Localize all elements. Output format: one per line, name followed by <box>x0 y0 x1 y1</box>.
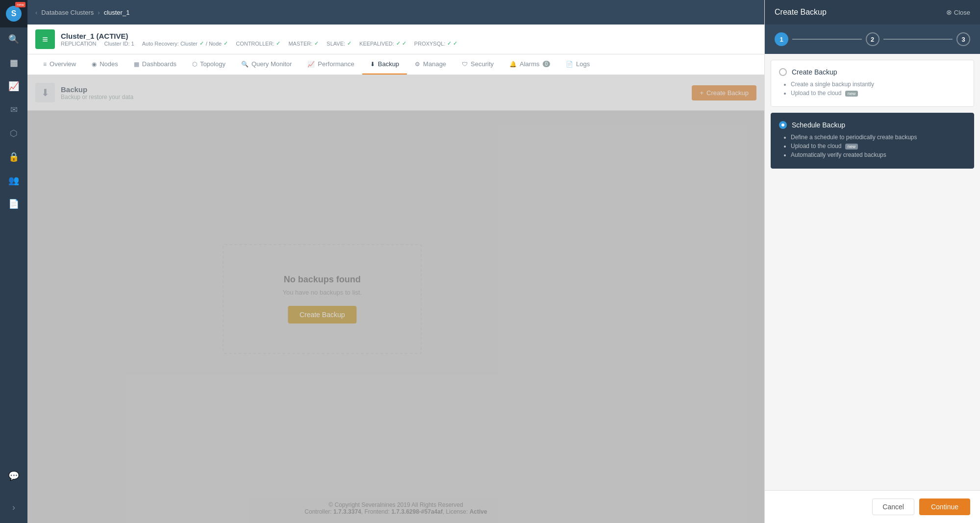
cluster-header: ≡ Cluster_1 (ACTIVE) REPLICATION Cluster… <box>27 25 764 54</box>
wizard-steps: 1 2 3 <box>765 25 980 54</box>
security-icon: 🛡 <box>462 61 468 68</box>
sidebar-item-expand[interactable]: › <box>0 496 27 519</box>
bullet-define-schedule: Define a schedule to periodically create… <box>791 134 966 141</box>
bullet-upload-cloud: Upload to the cloud new <box>791 90 966 97</box>
manage-icon: ⚙ <box>415 61 420 68</box>
step-line-1 <box>792 39 862 40</box>
cluster-meta: REPLICATION Cluster ID: 1 Auto Recovery:… <box>61 40 756 47</box>
panel-title: Create Backup <box>775 8 827 17</box>
bullet-upload-cloud-2: Upload to the cloud new <box>791 143 966 149</box>
radio-schedule-backup <box>779 121 787 129</box>
option-schedule-backup-label: Schedule Backup <box>792 121 845 129</box>
option-create-backup[interactable]: Create Backup Create a single backup ins… <box>771 60 974 107</box>
dashboards-icon: ▦ <box>134 61 139 68</box>
sidebar-item-users[interactable]: 👥 <box>0 169 27 192</box>
tab-performance[interactable]: 📈 Performance <box>300 54 362 75</box>
cluster-proxysql: PROXYSQL: ✓ ✓ <box>414 40 458 47</box>
option-schedule-backup-header: Schedule Backup <box>779 121 966 129</box>
query-monitor-icon: 🔍 <box>241 61 249 68</box>
cluster-auto-recovery: Auto Recovery: Cluster ✓ / Node ✓ <box>142 40 228 47</box>
cluster-controller: CONTROLLER: ✓ <box>236 40 280 47</box>
sidebar-item-docs[interactable]: 📄 <box>0 192 27 216</box>
tab-topology[interactable]: ⬡ Topology <box>184 54 233 75</box>
cancel-button[interactable]: Cancel <box>872 498 914 515</box>
sidebar-item-dashboard[interactable]: ▦ <box>0 51 27 75</box>
tab-backup[interactable]: ⬇ Backup <box>362 54 407 75</box>
continue-button[interactable]: Continue <box>919 498 970 515</box>
tab-nodes[interactable]: ◉ Nodes <box>84 54 126 75</box>
tab-dashboards[interactable]: ▦ Dashboards <box>126 54 184 75</box>
panel-options: Create Backup Create a single backup ins… <box>765 54 980 490</box>
cluster-keepalived: KEEPALIVED: ✓ ✓ <box>359 40 406 47</box>
breadcrumb-parent[interactable]: Database Clusters <box>41 9 94 16</box>
sidebar-item-mail[interactable]: ✉ <box>0 98 27 122</box>
sidebar: S new 🔍 ▦ 📈 ✉ ⬡ 🔒 👥 📄 💬 › <box>0 0 27 523</box>
step-line-2 <box>883 39 953 40</box>
cluster-type: REPLICATION <box>61 41 97 47</box>
tab-logs[interactable]: 📄 Logs <box>558 54 598 75</box>
new-badge: new <box>15 2 25 7</box>
option-create-backup-bullets: Create a single backup instantly Upload … <box>779 81 966 97</box>
cluster-master: MASTER: ✓ <box>288 40 319 47</box>
sidebar-item-lock[interactable]: 🔒 <box>0 145 27 169</box>
tab-overview[interactable]: ≡ Overview <box>35 54 84 75</box>
alarm-count: 0 <box>543 61 551 67</box>
tab-manage[interactable]: ⚙ Manage <box>407 54 454 75</box>
cluster-name: Cluster_1 (ACTIVE) <box>61 32 756 40</box>
performance-icon: 📈 <box>307 61 315 68</box>
breadcrumb-separator: › <box>98 9 100 16</box>
cluster-node-check: ✓ <box>224 40 228 47</box>
new-tag-schedule: new <box>845 144 858 149</box>
step-2: 2 <box>866 32 879 46</box>
sidebar-item-integrations[interactable]: ⬡ <box>0 122 27 145</box>
close-icon: ⊗ <box>946 8 952 16</box>
radio-create-backup <box>779 68 787 76</box>
alarms-icon: 🔔 <box>509 61 517 68</box>
logo[interactable]: S new <box>0 0 27 27</box>
tab-query-monitor[interactable]: 🔍 Query Monitor <box>233 54 300 75</box>
sidebar-item-chat[interactable]: 💬 <box>0 464 27 488</box>
bullet-single-backup: Create a single backup instantly <box>791 81 966 88</box>
panel-close-btn[interactable]: ⊗ Close <box>946 8 970 16</box>
option-create-backup-header: Create Backup <box>779 68 966 76</box>
step-1: 1 <box>775 32 788 46</box>
nav-tabs: ≡ Overview ◉ Nodes ▦ Dashboards ⬡ Topolo… <box>27 54 764 75</box>
cluster-slave: SLAVE: ✓ <box>327 40 352 47</box>
option-create-backup-label: Create Backup <box>792 68 837 76</box>
topbar: ‹ Database Clusters › cluster_1 <box>27 0 764 25</box>
cluster-icon: ≡ <box>35 29 55 49</box>
main-area: ‹ Database Clusters › cluster_1 ≡ Cluste… <box>27 0 764 523</box>
content-overlay <box>27 75 764 523</box>
option-schedule-backup[interactable]: Schedule Backup Define a schedule to per… <box>771 113 974 169</box>
overview-icon: ≡ <box>43 61 47 68</box>
sidebar-item-activity[interactable]: 📈 <box>0 75 27 98</box>
breadcrumb-current: cluster_1 <box>104 9 130 16</box>
tab-security[interactable]: 🛡 Security <box>454 54 502 75</box>
right-panel: Create Backup ⊗ Close 1 2 3 Create Backu… <box>764 0 980 523</box>
cluster-info: Cluster_1 (ACTIVE) REPLICATION Cluster I… <box>61 32 756 47</box>
logo-circle: S <box>6 6 22 22</box>
step-3: 3 <box>956 32 970 46</box>
panel-header: Create Backup ⊗ Close <box>765 0 980 25</box>
new-tag-create: new <box>845 91 858 97</box>
sidebar-item-search[interactable]: 🔍 <box>0 27 27 51</box>
breadcrumb-chevron: ‹ <box>35 9 37 16</box>
cluster-id: Cluster ID: 1 <box>104 41 134 47</box>
tab-alarms[interactable]: 🔔 Alarms 0 <box>502 54 558 75</box>
logs-icon: 📄 <box>566 61 573 68</box>
breadcrumb: ‹ Database Clusters › cluster_1 <box>35 9 129 16</box>
option-schedule-backup-bullets: Define a schedule to periodically create… <box>779 134 966 158</box>
bullet-auto-verify: Automatically verify created backups <box>791 151 966 158</box>
nodes-icon: ◉ <box>92 61 97 68</box>
cluster-ar-check: ✓ <box>200 40 204 47</box>
topology-icon: ⬡ <box>192 61 197 68</box>
page-content: ⬇ Backup Backup or restore your data + C… <box>27 75 764 523</box>
panel-footer: Cancel Continue <box>765 490 980 523</box>
backup-icon: ⬇ <box>370 61 375 68</box>
